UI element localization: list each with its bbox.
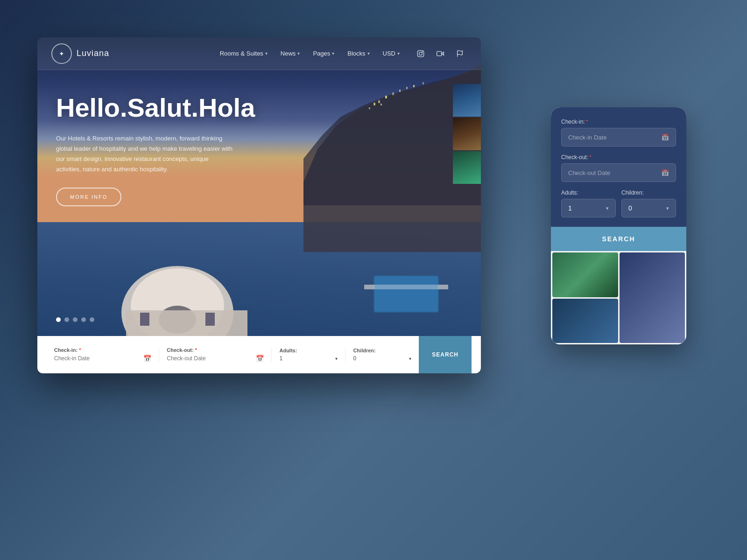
mobile-booking-header: Check-in: * Check-in Date 📅 Check-out: *… xyxy=(551,107,686,227)
checkout-required: * xyxy=(195,347,197,353)
svg-rect-14 xyxy=(140,313,149,326)
checkin-field: Check-in: * 📅 xyxy=(47,347,159,362)
mobile-thumb-aerial xyxy=(552,252,618,297)
chevron-down-icon: ▾ xyxy=(606,205,609,211)
calendar-icon-mobile-2: 📅 xyxy=(661,169,669,176)
svg-rect-5 xyxy=(406,87,408,89)
carousel-dots xyxy=(56,317,94,322)
side-thumbnails xyxy=(453,84,481,184)
flag-icon[interactable] xyxy=(453,47,467,61)
chevron-down-icon: ▾ xyxy=(367,51,370,56)
mobile-checkin-group: Check-in: * Check-in Date 📅 xyxy=(561,119,676,147)
mobile-adults-select[interactable]: 1 ▾ xyxy=(561,199,616,217)
checkin-input-row: 📅 xyxy=(54,355,151,362)
svg-marker-22 xyxy=(442,52,444,55)
checkin-input[interactable] xyxy=(54,355,141,362)
mobile-checkin-required: * xyxy=(586,119,588,125)
svg-rect-19 xyxy=(417,50,423,56)
chevron-down-icon: ▾ xyxy=(332,51,334,56)
mobile-children-col: Children: 0 ▾ xyxy=(621,189,676,217)
more-info-button[interactable]: MORE INFO xyxy=(56,188,121,206)
pool-svg xyxy=(364,261,448,317)
mobile-checkin-input[interactable]: Check-in Date 📅 xyxy=(561,128,676,147)
checkout-label: Check-out: * xyxy=(167,347,264,353)
children-field: Children: 0123 ▾ xyxy=(345,348,419,362)
dot-5[interactable] xyxy=(90,317,94,322)
chevron-down-icon: ▾ xyxy=(265,51,268,56)
nav-label-pages: Pages xyxy=(313,50,330,57)
chevron-down-icon: ▾ xyxy=(297,51,300,56)
mobile-guests-row: Adults: 1 ▾ Children: 0 ▾ xyxy=(561,189,676,217)
mobile-image-grid xyxy=(551,251,686,344)
thumb-3[interactable] xyxy=(453,151,481,184)
mobile-children-label: Children: xyxy=(621,189,676,196)
mobile-checkout-required: * xyxy=(589,154,592,161)
nav-label-currency: USD xyxy=(383,50,395,57)
mobile-children-select[interactable]: 0 ▾ xyxy=(621,199,676,217)
logo-icon: ✦ xyxy=(51,43,72,64)
mobile-mockup: Check-in: * Check-in Date 📅 Check-out: *… xyxy=(551,107,686,344)
checkin-label: Check-in: * xyxy=(54,347,151,353)
svg-rect-1 xyxy=(378,100,380,103)
svg-rect-9 xyxy=(381,104,382,105)
svg-rect-18 xyxy=(374,276,438,312)
logo-area: ✦ Luviana xyxy=(51,43,109,64)
chevron-down-icon: ▾ xyxy=(666,205,669,211)
calendar-icon: 📅 xyxy=(143,355,151,362)
checkout-input[interactable] xyxy=(167,355,253,362)
children-select-wrapper: 0123 ▾ xyxy=(353,355,411,362)
adults-label: Adults: xyxy=(279,348,338,353)
brand-name: Luviana xyxy=(77,49,109,58)
chevron-down-icon: ▾ xyxy=(335,356,338,361)
nav-item-currency[interactable]: USD ▾ xyxy=(378,47,404,60)
mobile-checkout-input[interactable]: Check-out Date 📅 xyxy=(561,163,676,182)
svg-rect-7 xyxy=(423,82,424,84)
children-label: Children: xyxy=(353,348,411,353)
nav-label-rooms: Rooms & Suites xyxy=(220,50,263,57)
nav-item-pages[interactable]: Pages ▾ xyxy=(308,47,339,60)
mobile-checkin-label: Check-in: * xyxy=(561,119,676,125)
svg-rect-6 xyxy=(413,85,415,87)
svg-rect-23 xyxy=(437,51,442,56)
svg-rect-4 xyxy=(399,90,401,92)
navbar: ✦ Luviana Rooms & Suites ▾ News ▾ Pages … xyxy=(37,37,481,70)
adults-field: Adults: 1234 ▾ xyxy=(272,348,345,362)
dot-1[interactable] xyxy=(56,317,61,322)
thumb-2[interactable] xyxy=(453,118,481,150)
mobile-thumb-pool xyxy=(552,299,618,343)
hero-description: Our Hotels & Resorts remain stylish, mod… xyxy=(56,133,233,175)
checkout-input-row: 📅 xyxy=(167,355,264,362)
nav-label-blocks: Blocks xyxy=(347,50,365,57)
mobile-search-button[interactable]: SEARCH xyxy=(551,227,686,251)
instagram-icon[interactable] xyxy=(414,47,428,61)
dot-3[interactable] xyxy=(73,317,78,322)
svg-rect-15 xyxy=(205,313,215,326)
mobile-checkout-group: Check-out: * Check-out Date 📅 xyxy=(561,154,676,182)
adults-select[interactable]: 1234 xyxy=(279,355,290,362)
booking-bar: Check-in: * 📅 Check-out: * 📅 Adults: xyxy=(37,336,481,373)
nav-item-news[interactable]: News ▾ xyxy=(276,47,305,60)
video-icon[interactable] xyxy=(433,47,447,61)
hero-content: Hello.Salut.Hola Our Hotels & Resorts re… xyxy=(56,93,255,206)
svg-rect-0 xyxy=(374,103,375,105)
nav-label-news: News xyxy=(281,50,296,57)
search-button[interactable]: SEARCH xyxy=(419,336,472,373)
hero-title: Hello.Salut.Hola xyxy=(56,93,255,122)
dome-svg xyxy=(103,238,252,341)
calendar-icon-2: 📅 xyxy=(256,355,264,362)
nav-icons xyxy=(414,47,467,61)
children-select[interactable]: 0123 xyxy=(353,355,364,362)
checkout-field: Check-out: * 📅 xyxy=(159,347,272,362)
chevron-down-icon: ▾ xyxy=(397,51,400,56)
nav-links: Rooms & Suites ▾ News ▾ Pages ▾ Blocks ▾… xyxy=(215,47,404,60)
nav-item-blocks[interactable]: Blocks ▾ xyxy=(343,47,374,60)
nav-item-rooms[interactable]: Rooms & Suites ▾ xyxy=(215,47,272,60)
dot-2[interactable] xyxy=(64,317,69,322)
thumb-1[interactable] xyxy=(453,84,481,117)
calendar-icon-mobile: 📅 xyxy=(661,133,669,141)
svg-rect-3 xyxy=(392,92,394,95)
chevron-down-icon: ▾ xyxy=(409,356,411,361)
dot-4[interactable] xyxy=(81,317,86,322)
mobile-adults-col: Adults: 1 ▾ xyxy=(561,189,616,217)
mobile-checkout-label: Check-out: * xyxy=(561,154,676,161)
